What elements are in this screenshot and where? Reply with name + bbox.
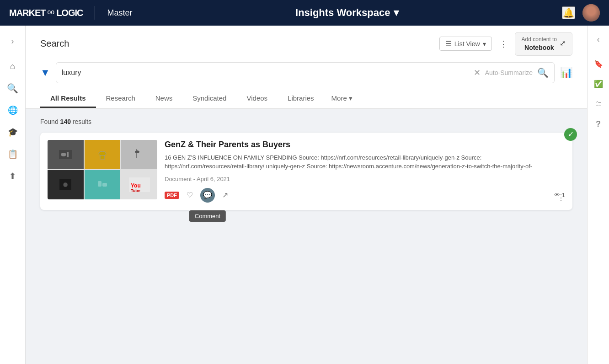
results-area: Found 140 results ✓ bbox=[26, 109, 587, 364]
graduation-icon: 🎓 bbox=[8, 127, 18, 137]
search-header-top: Search ☰ List View ▾ ⋮ Add content to No… bbox=[40, 32, 572, 56]
filter-button[interactable]: ▼ bbox=[40, 67, 50, 79]
filter-icon: ▼ bbox=[40, 67, 50, 78]
sidebar-right-item-help[interactable]: ? bbox=[590, 116, 607, 132]
svg-text:You: You bbox=[131, 182, 141, 189]
product-name: Master bbox=[107, 8, 132, 18]
svg-point-6 bbox=[135, 150, 139, 153]
search-submit-button[interactable]: 🔍 bbox=[537, 67, 549, 78]
results-tabs: All Results Research News Syndicated Vid… bbox=[40, 90, 572, 108]
nav-divider bbox=[95, 6, 95, 20]
list-icon: ☰ bbox=[445, 39, 452, 48]
analytics-button[interactable]: 📊 bbox=[560, 67, 572, 79]
svg-rect-2 bbox=[67, 152, 69, 157]
notifications-button[interactable]: 🔔 bbox=[562, 6, 575, 19]
sidebar-item-upload[interactable]: ⬆ bbox=[4, 167, 22, 185]
search-icon: 🔍 bbox=[7, 83, 18, 94]
svg-rect-4 bbox=[100, 155, 105, 159]
sidebar-item-learn[interactable]: 🎓 bbox=[4, 123, 22, 141]
upload-icon: ⬆ bbox=[9, 171, 16, 181]
card-excerpt: 16 GEN Z'S INFLUENCE ON FAMILY SPENDING … bbox=[165, 153, 565, 171]
card-body: GenZ & Their Parents as Buyers 16 GEN Z'… bbox=[165, 140, 565, 203]
comment-action-wrapper: 💬 Comment bbox=[200, 188, 215, 203]
main-layout: › ⌂ 🔍 🌐 🎓 📋 ⬆ Search ☰ bbox=[0, 26, 609, 364]
logo-area: MARKET oo LOGIC Master bbox=[9, 6, 132, 20]
right-sidebar: ‹ 🔖 ✅ 🗂 ? bbox=[587, 26, 609, 364]
chart-icon: 📊 bbox=[560, 67, 572, 78]
workspace-label: Insights Workspace bbox=[295, 7, 390, 19]
tab-all-results[interactable]: All Results bbox=[40, 90, 96, 108]
content-area: Search ☰ List View ▾ ⋮ Add content to No… bbox=[26, 26, 587, 364]
search-header: Search ☰ List View ▾ ⋮ Add content to No… bbox=[26, 26, 587, 109]
comment-button[interactable]: 💬 bbox=[200, 188, 215, 203]
thumb-cell-3 bbox=[121, 140, 157, 169]
heart-icon: ♡ bbox=[187, 191, 193, 199]
documents-icon: 📋 bbox=[8, 149, 18, 159]
pdf-button[interactable]: PDF bbox=[165, 192, 179, 199]
svg-rect-9 bbox=[64, 183, 67, 187]
svg-rect-11 bbox=[98, 181, 102, 187]
notebook-icon: 🔖 bbox=[594, 59, 603, 68]
nav-center: Insights Workspace ▾ bbox=[132, 7, 562, 19]
clear-search-button[interactable]: ✕ bbox=[474, 68, 481, 78]
card-thumbnail: You Tube bbox=[48, 140, 157, 199]
tab-news[interactable]: News bbox=[145, 90, 183, 108]
thumb-cell-4 bbox=[48, 170, 84, 199]
sidebar-right-item-tasks[interactable]: ✅ bbox=[590, 75, 607, 92]
card-meta: Document - April 6, 2021 bbox=[165, 176, 565, 182]
sidebar-expand-button[interactable]: › bbox=[8, 33, 18, 50]
sidebar-item-documents[interactable]: 📋 bbox=[4, 145, 22, 163]
sidebar-right-item-tray[interactable]: 🗂 bbox=[590, 96, 607, 112]
user-avatar[interactable] bbox=[582, 4, 600, 21]
insights-workspace-button[interactable]: Insights Workspace ▾ bbox=[295, 7, 399, 19]
logo-text: MARKET bbox=[9, 8, 46, 18]
tab-more[interactable]: More ▾ bbox=[324, 90, 360, 108]
results-count: Found 140 results bbox=[40, 118, 572, 125]
logo-text2: LOGIC bbox=[56, 8, 83, 18]
nav-right: 🔔 bbox=[562, 4, 600, 21]
more-chevron-icon: ▾ bbox=[349, 94, 353, 102]
like-button[interactable]: ♡ bbox=[185, 189, 195, 201]
card-more-options-button[interactable]: ⋮ bbox=[557, 193, 565, 203]
result-card: ✓ bbox=[40, 133, 572, 210]
sidebar-item-globe[interactable]: 🌐 bbox=[4, 101, 22, 119]
success-badge: ✓ bbox=[564, 128, 577, 141]
thumb-cell-5 bbox=[85, 170, 121, 199]
search-submit-icon: 🔍 bbox=[537, 68, 549, 78]
sidebar-item-search[interactable]: 🔍 bbox=[4, 79, 22, 97]
share-button[interactable]: ↗ bbox=[220, 189, 230, 201]
share-icon: ↗ bbox=[222, 191, 228, 199]
thumb-cell-1 bbox=[48, 140, 84, 169]
sidebar-item-home[interactable]: ⌂ bbox=[4, 57, 22, 75]
expand-icon: ⤢ bbox=[560, 39, 566, 48]
logo-paws-icon: oo bbox=[48, 8, 55, 16]
results-count-number: 140 bbox=[60, 118, 71, 125]
card-title: GenZ & Their Parents as Buyers bbox=[165, 140, 565, 150]
more-options-button[interactable]: ⋮ bbox=[497, 37, 509, 51]
svg-point-1 bbox=[61, 153, 66, 156]
svg-text:Tube: Tube bbox=[131, 188, 140, 192]
workspace-arrow-icon: ▾ bbox=[394, 7, 399, 19]
comment-icon: 💬 bbox=[203, 191, 212, 199]
sidebar-right-item-notebook[interactable]: 🔖 bbox=[590, 55, 607, 72]
thumb-cell-2 bbox=[85, 140, 121, 169]
avatar-image bbox=[582, 4, 600, 21]
auto-summarize-label: Auto-Summarize bbox=[485, 69, 533, 76]
logo[interactable]: MARKET oo LOGIC bbox=[9, 8, 83, 18]
tab-videos[interactable]: Videos bbox=[236, 90, 278, 108]
list-view-chevron-icon: ▾ bbox=[483, 40, 486, 48]
search-input[interactable] bbox=[62, 69, 474, 77]
help-icon: ? bbox=[596, 119, 601, 129]
card-actions: PDF ♡ 💬 Comment ↗ bbox=[165, 188, 565, 203]
tab-libraries[interactable]: Libraries bbox=[278, 90, 324, 108]
svg-rect-12 bbox=[102, 183, 107, 187]
tab-research[interactable]: Research bbox=[96, 90, 145, 108]
home-icon: ⌂ bbox=[10, 62, 15, 71]
right-sidebar-collapse-button[interactable]: ‹ bbox=[593, 31, 604, 48]
search-bar-row: ▼ ✕ Auto-Summarize 🔍 📊 bbox=[40, 62, 572, 83]
add-notebook-text: Add content to Notebook bbox=[522, 36, 557, 52]
add-to-notebook-button[interactable]: Add content to Notebook ⤢ bbox=[515, 32, 572, 56]
page-title: Search bbox=[40, 38, 69, 49]
list-view-button[interactable]: ☰ List View ▾ bbox=[439, 37, 492, 51]
tab-syndicated[interactable]: Syndicated bbox=[182, 90, 236, 108]
